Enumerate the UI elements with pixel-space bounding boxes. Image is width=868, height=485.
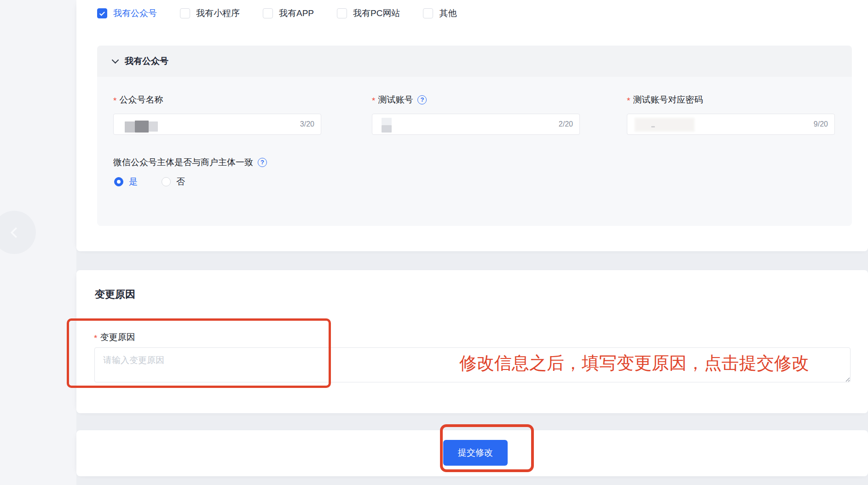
redacted-value (125, 121, 135, 133)
panel-collapse-header[interactable]: 我有公众号 (97, 46, 852, 77)
checkbox-label: 我有公众号 (113, 7, 157, 19)
radio-selected-icon[interactable] (114, 177, 123, 186)
radio-question-label: 微信公众号主体是否与商户主体一致 ? (113, 156, 267, 169)
checkbox-item-other[interactable]: 其他 (423, 7, 457, 19)
redacted-value (635, 118, 694, 132)
change-reason-field-label: * 变更原因 (94, 331, 135, 343)
test-password-input[interactable]: 9/20 (627, 114, 835, 135)
field-label-text: 公众号名称 (119, 94, 163, 106)
redacted-value (382, 125, 392, 133)
required-marker: * (627, 96, 630, 106)
checkbox-unchecked-icon[interactable] (263, 8, 273, 18)
checkbox-unchecked-icon[interactable] (180, 8, 190, 18)
checkbox-unchecked-icon[interactable] (423, 8, 433, 18)
submit-button[interactable]: 提交修改 (443, 440, 508, 466)
checkbox-checked-icon[interactable] (97, 8, 107, 18)
radio-option-label: 否 (176, 176, 185, 188)
help-icon[interactable]: ? (417, 95, 427, 104)
field-label: * 测试账号对应密码 (627, 93, 835, 106)
char-counter: 9/20 (814, 120, 828, 128)
page: 我有公众号 我有小程序 我有APP 我有PC网站 其他 我有公众号 (0, 0, 868, 485)
chevron-left-icon (10, 227, 21, 238)
field-test-password: * 测试账号对应密码 9/20 (627, 93, 835, 135)
required-marker: * (372, 96, 375, 106)
section-title: 变更原因 (95, 288, 135, 301)
radio-unselected-icon[interactable] (162, 177, 171, 186)
field-account-name: * 公众号名称 3/20 (113, 93, 321, 135)
checkbox-label: 我有小程序 (196, 7, 240, 19)
radio-option-no[interactable]: 否 (162, 176, 185, 188)
checkbox-label: 我有PC网站 (353, 7, 400, 19)
annotation-note-text: 修改信息之后，填写变更原因，点击提交修改 (459, 352, 846, 374)
field-label-text: 变更原因 (100, 331, 135, 343)
required-marker: * (94, 333, 97, 343)
redacted-value (382, 118, 392, 125)
check-tick-icon (99, 10, 105, 16)
field-label-text: 测试账号 (378, 94, 413, 106)
chevron-down-icon (112, 56, 119, 64)
checkbox-item-pc-website[interactable]: 我有PC网站 (337, 7, 400, 19)
radio-group-subject-match: 是 否 (114, 176, 185, 188)
checkbox-item-app[interactable]: 我有APP (263, 7, 314, 19)
redacted-value (651, 126, 655, 127)
field-label-text: 测试账号对应密码 (633, 94, 703, 106)
checkbox-label: 其他 (439, 7, 457, 19)
field-label: * 测试账号 ? (372, 93, 580, 106)
char-counter: 2/20 (559, 120, 573, 128)
panel-title: 我有公众号 (125, 55, 168, 67)
checkbox-label: 我有APP (279, 7, 314, 19)
channel-checkbox-row: 我有公众号 我有小程序 我有APP 我有PC网站 其他 (97, 7, 457, 19)
official-account-panel: 我有公众号 * 公众号名称 3/20 * 测试账号 ? (97, 46, 852, 226)
redacted-value (149, 121, 158, 132)
channels-card: 我有公众号 我有小程序 我有APP 我有PC网站 其他 我有公众号 (76, 0, 868, 251)
field-label: * 公众号名称 (113, 93, 321, 106)
redacted-value (135, 121, 149, 133)
radio-option-label: 是 (129, 176, 138, 188)
checkbox-item-official-account[interactable]: 我有公众号 (97, 7, 157, 19)
radio-option-yes[interactable]: 是 (114, 176, 138, 188)
test-account-input[interactable]: 2/20 (372, 114, 580, 135)
required-marker: * (113, 96, 116, 106)
radio-question-text: 微信公众号主体是否与商户主体一致 (113, 156, 253, 168)
help-icon[interactable]: ? (258, 158, 267, 167)
change-reason-card: 变更原因 * 变更原因 (76, 270, 868, 413)
field-test-account: * 测试账号 ? 2/20 (372, 93, 580, 135)
footer-bar: 提交修改 (76, 430, 868, 476)
account-name-input[interactable]: 3/20 (113, 114, 321, 135)
checkbox-unchecked-icon[interactable] (337, 8, 347, 18)
checkbox-item-mini-program[interactable]: 我有小程序 (180, 7, 240, 19)
char-counter: 3/20 (300, 120, 314, 128)
